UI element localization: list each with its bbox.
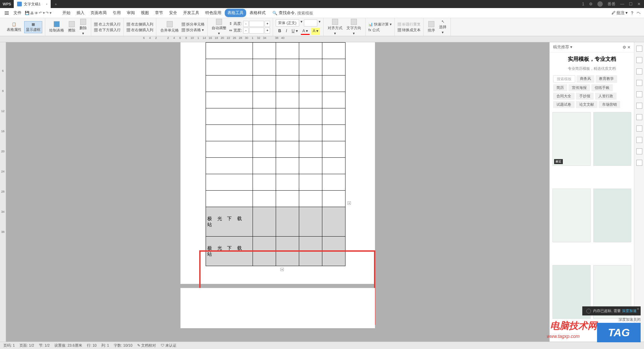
print-icon[interactable]: 🖶 bbox=[30, 11, 34, 15]
menu-table-tools[interactable]: 表格工具 bbox=[225, 9, 246, 17]
height-increase[interactable]: + bbox=[265, 21, 270, 27]
merge-cells-button[interactable]: 合并单元格 bbox=[159, 20, 180, 34]
maximize-button[interactable]: ☐ bbox=[629, 2, 633, 6]
menu-page-layout[interactable]: 页面布局 bbox=[88, 9, 109, 17]
insert-above-button[interactable]: ▦ 在上方插入行 bbox=[94, 22, 121, 27]
panel-settings-icon[interactable]: ⚙ bbox=[623, 45, 626, 50]
status-proofing[interactable]: ✎ 文档校对 bbox=[137, 343, 156, 348]
command-search[interactable]: 🔍 查找命令, bbox=[272, 10, 337, 16]
side-tool-9[interactable] bbox=[636, 137, 642, 143]
template-thumb-2[interactable] bbox=[593, 112, 632, 166]
menu-dev-tools[interactable]: 开发工具 bbox=[180, 9, 202, 17]
side-tool-7[interactable] bbox=[636, 114, 642, 120]
status-page-total[interactable]: 页面: 1/2 bbox=[19, 343, 34, 348]
insert-below-button[interactable]: ▦ 在下方插入行 bbox=[94, 28, 121, 33]
sort-button[interactable]: 排序 bbox=[426, 20, 436, 34]
convert-text-button[interactable]: ▦ 转换成文本 bbox=[397, 28, 421, 33]
menu-review[interactable]: 审阅 bbox=[124, 9, 138, 17]
eraser-button[interactable]: 擦除 bbox=[67, 20, 77, 34]
width-decrease[interactable]: - bbox=[243, 28, 249, 34]
status-auth[interactable]: 🛡 未认证 bbox=[161, 343, 176, 348]
width-input[interactable] bbox=[249, 28, 264, 34]
delete-button[interactable]: 删除▾ bbox=[78, 18, 88, 36]
draw-table-button[interactable]: 绘制表格 bbox=[48, 20, 65, 34]
cell-text-4[interactable]: 站 bbox=[206, 251, 253, 257]
tag-education[interactable]: 教育教学 bbox=[596, 75, 617, 83]
font-name-select[interactable]: 宋体 (正文) bbox=[276, 19, 299, 27]
template-thumb-4[interactable] bbox=[593, 189, 632, 242]
fast-calc-button[interactable]: 📊 快速计算 ▾ bbox=[368, 22, 392, 27]
insert-right-button[interactable]: ▦ 在右侧插入列 bbox=[126, 28, 153, 33]
tag-hr[interactable]: 人资行政 bbox=[595, 93, 616, 100]
preview-icon[interactable]: 👁 bbox=[35, 11, 38, 15]
show-frame-button[interactable]: ▦显示虚框 bbox=[24, 21, 42, 33]
bold-button[interactable]: B bbox=[277, 28, 283, 35]
italic-button[interactable]: I bbox=[284, 28, 288, 35]
undo-icon[interactable]: ↶ ▾ bbox=[39, 11, 45, 15]
status-chars[interactable]: 字数: 10/10 bbox=[114, 343, 132, 348]
auto-adjust-button[interactable]: 自动调整▾ bbox=[210, 18, 228, 36]
cell-text-3[interactable]: 极 光 下 载 bbox=[206, 245, 253, 251]
gift-icon[interactable]: ⚙ bbox=[589, 2, 593, 6]
tag-poster[interactable]: 宣传海报 bbox=[569, 84, 590, 91]
menu-table-style[interactable]: 表格样式 bbox=[247, 9, 268, 17]
document-table[interactable]: 极 光 下 载站 极 光 下 载站 bbox=[206, 42, 345, 266]
tag-business[interactable]: 商务风 bbox=[577, 75, 594, 83]
menu-reference[interactable]: 引用 bbox=[110, 9, 123, 17]
highlight-button[interactable]: A ▾ bbox=[311, 28, 320, 35]
width-increase[interactable]: + bbox=[265, 28, 270, 34]
save-icon[interactable]: 💾 bbox=[25, 11, 30, 15]
menu-insert[interactable]: 插入 bbox=[74, 9, 87, 17]
tag-newspaper[interactable]: 手抄报 bbox=[576, 93, 594, 100]
side-tool-6[interactable] bbox=[636, 103, 642, 109]
tag-letter[interactable]: 信纸手账 bbox=[591, 84, 613, 91]
page-2[interactable] bbox=[180, 288, 375, 328]
minimize-button[interactable]: — bbox=[620, 2, 624, 6]
side-tool-5[interactable] bbox=[636, 91, 642, 97]
template-thumb-3[interactable] bbox=[552, 189, 591, 242]
side-tool-3[interactable] bbox=[636, 68, 642, 74]
cell-text-1[interactable]: 极 光 下 载 bbox=[206, 216, 253, 222]
add-tab-button[interactable]: ＋ bbox=[51, 2, 61, 7]
page-1[interactable]: 极 光 下 载站 极 光 下 载站 + + bbox=[180, 42, 375, 284]
height-input[interactable] bbox=[249, 21, 264, 27]
side-tool-4[interactable] bbox=[636, 80, 642, 86]
template-search[interactable]: 搜索模板 bbox=[553, 75, 575, 83]
document-tab[interactable]: 文字文稿1 • bbox=[14, 0, 51, 8]
tag-thesis[interactable]: 论文文献 bbox=[576, 101, 597, 108]
side-tool-8[interactable] bbox=[636, 126, 642, 132]
comment-button[interactable]: 🖉 批注 ▾ bbox=[611, 10, 628, 16]
menu-special[interactable]: 特色应用 bbox=[203, 9, 224, 17]
panel-close-icon[interactable]: ✕ bbox=[627, 45, 631, 50]
alignment-button[interactable]: 对齐方式▾ bbox=[326, 18, 344, 36]
menu-hamburger-icon[interactable] bbox=[3, 10, 10, 16]
side-tool-2[interactable] bbox=[636, 57, 642, 63]
vertical-ruler[interactable]: 681216 2024283438 bbox=[0, 42, 6, 342]
table-handle[interactable]: + bbox=[347, 201, 351, 205]
font-size-select[interactable] bbox=[304, 19, 317, 27]
insert-left-button[interactable]: ▦ 在左侧插入列 bbox=[126, 22, 153, 27]
help-icon[interactable]: ? bbox=[631, 11, 633, 15]
tag-resume[interactable]: 简历 bbox=[553, 84, 567, 91]
tag-marketing[interactable]: 市场营销 bbox=[599, 101, 620, 108]
side-tool-1[interactable] bbox=[636, 46, 642, 52]
side-tool-11[interactable] bbox=[636, 160, 642, 166]
height-decrease[interactable]: - bbox=[243, 21, 249, 27]
menu-start[interactable]: 开始 bbox=[60, 9, 73, 17]
select-button[interactable]: ↖选择▾ bbox=[438, 19, 448, 35]
search-input[interactable] bbox=[297, 11, 337, 15]
horizontal-ruler[interactable]: 642 2468 1011416 18202226 2830132 343840 bbox=[0, 36, 644, 42]
collapse-ribbon-icon[interactable]: ヘ bbox=[637, 10, 641, 16]
split-cells-button[interactable]: ▦ 拆分单元格 bbox=[181, 22, 205, 27]
status-page-num[interactable]: 页码: 1 bbox=[3, 343, 15, 348]
font-color-button[interactable]: A ▾ bbox=[301, 28, 310, 35]
menu-chapter[interactable]: 章节 bbox=[152, 9, 166, 17]
title-repeat-button[interactable]: ▦ 标题行重复 bbox=[397, 22, 421, 27]
redo-icon[interactable]: ↷ ▾ bbox=[46, 11, 52, 15]
template-thumb-1[interactable]: 最近 bbox=[552, 112, 591, 166]
memory-toast[interactable]: 内存已超标, 需要 深度加速 ✕ bbox=[582, 306, 641, 315]
document-scroll-area[interactable]: 极 光 下 载站 极 光 下 载站 + + bbox=[6, 42, 549, 342]
table-add-row[interactable]: + bbox=[280, 268, 284, 271]
tag-contract[interactable]: 合同大全 bbox=[553, 93, 575, 100]
menu-file[interactable]: 文件 bbox=[11, 9, 24, 17]
